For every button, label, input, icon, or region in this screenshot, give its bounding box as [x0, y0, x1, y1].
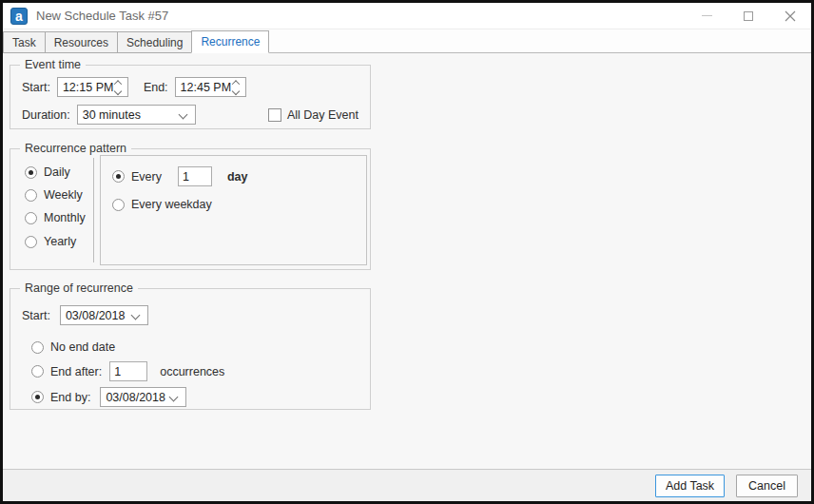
daily-radio[interactable] [25, 166, 37, 179]
window-title: New Schedule Task #57 [36, 9, 168, 23]
dialog-footer: Add Task Cancel [3, 469, 811, 501]
yearly-radio[interactable] [25, 236, 37, 248]
every-n-radio[interactable] [112, 170, 125, 183]
start-time-label: Start: [22, 81, 50, 94]
time-spinner-icon[interactable] [113, 78, 123, 96]
minimize-button[interactable] [686, 3, 727, 29]
duration-label: Duration: [22, 108, 70, 122]
every-weekday-label: Every weekday [131, 198, 212, 211]
every-unit-label: day [227, 170, 248, 184]
end-after-label: End after: [50, 365, 102, 378]
frequency-option-weekly[interactable]: Weekly [25, 186, 83, 204]
tab-scheduling[interactable]: Scheduling [117, 31, 192, 53]
all-day-label: All Day Event [287, 108, 359, 122]
monthly-radio[interactable] [25, 212, 37, 224]
frequency-option-monthly[interactable]: Monthly [25, 209, 86, 226]
time-spinner-icon[interactable] [231, 78, 241, 96]
frequency-option-daily[interactable]: Daily [25, 164, 70, 181]
start-time-spinner[interactable]: 12:15 PM [57, 77, 128, 97]
range-of-recurrence-group: Range of recurrence Start: 03/08/2018 No… [10, 288, 371, 410]
end-by-label: End by: [50, 391, 90, 404]
range-legend: Range of recurrence [20, 281, 138, 295]
cancel-button[interactable]: Cancel [736, 475, 798, 497]
tab-recurrence[interactable]: Recurrence [191, 30, 269, 53]
monthly-label: Monthly [44, 211, 86, 224]
end-by-value: 03/08/2018 [101, 391, 165, 404]
end-time-label: End: [144, 81, 168, 94]
tab-task[interactable]: Task [3, 31, 46, 53]
dialog-window: a New Schedule Task #57 Task Resources S [0, 0, 814, 504]
duration-dropdown[interactable]: 30 minutes [77, 105, 196, 125]
chevron-down-icon [178, 110, 187, 120]
every-n-input[interactable] [178, 166, 212, 186]
spin-down-icon[interactable] [231, 87, 239, 95]
daily-label: Daily [44, 165, 70, 179]
minimize-icon [702, 15, 712, 16]
chevron-down-icon [169, 393, 179, 402]
recurrence-pattern-legend: Recurrence pattern [20, 142, 131, 155]
no-end-date-label: No end date [50, 340, 115, 354]
spin-down-icon[interactable] [114, 87, 122, 95]
tab-bar: Task Resources Scheduling Recurrence [3, 29, 811, 53]
start-time-value: 12:15 PM [58, 81, 114, 94]
maximize-button[interactable] [727, 3, 769, 29]
no-end-date-option[interactable]: No end date [31, 339, 115, 356]
all-day-checkbox[interactable] [268, 108, 281, 122]
pattern-detail-panel: Every day Every weekday [100, 155, 367, 265]
yearly-label: Yearly [44, 235, 76, 248]
every-weekday-option[interactable]: Every weekday [112, 196, 212, 213]
end-by-radio[interactable] [31, 391, 44, 403]
duration-value: 30 minutes [78, 108, 141, 122]
chevron-down-icon [130, 311, 140, 320]
maximize-icon [744, 11, 753, 21]
app-icon: a [10, 8, 28, 25]
recurrence-pattern-group: Recurrence pattern Daily Weekly Monthly … [10, 148, 371, 270]
close-button[interactable] [769, 3, 811, 29]
tab-resources[interactable]: Resources [45, 31, 118, 53]
event-time-group: Event time Start: 12:15 PM End: 12:45 PM [10, 65, 371, 129]
end-after-radio[interactable] [31, 365, 44, 378]
every-label: Every [131, 170, 162, 184]
range-start-value: 03/08/2018 [61, 309, 126, 322]
every-weekday-radio[interactable] [112, 199, 125, 211]
dialog-content: Event time Start: 12:15 PM End: 12:45 PM [3, 53, 811, 469]
occurrences-label: occurrences [160, 365, 224, 378]
event-time-legend: Event time [20, 58, 86, 71]
range-start-dropdown[interactable]: 03/08/2018 [60, 305, 148, 325]
end-time-value: 12:45 PM [176, 81, 232, 94]
close-icon [785, 10, 796, 22]
frequency-option-yearly[interactable]: Yearly [25, 233, 76, 250]
range-start-label: Start: [22, 309, 50, 322]
title-bar: a New Schedule Task #57 [3, 3, 811, 29]
end-time-spinner[interactable]: 12:45 PM [175, 77, 246, 97]
frequency-divider [93, 158, 94, 262]
no-end-date-radio[interactable] [31, 341, 44, 354]
end-by-dropdown[interactable]: 03/08/2018 [100, 387, 186, 407]
add-task-button[interactable]: Add Task [655, 475, 725, 497]
weekly-label: Weekly [44, 188, 83, 202]
end-after-input[interactable] [109, 361, 147, 381]
weekly-radio[interactable] [25, 189, 37, 202]
